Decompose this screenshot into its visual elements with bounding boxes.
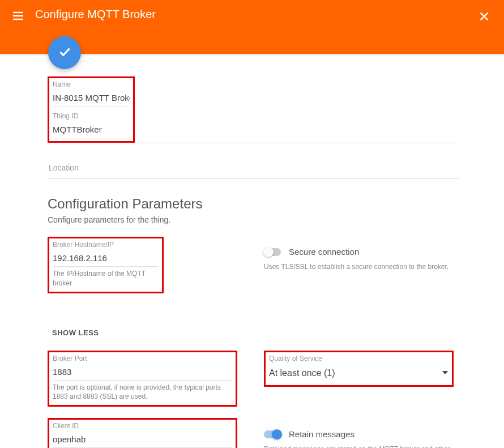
config-heading: Configuration Parameters <box>48 196 459 212</box>
broker-port-field[interactable] <box>53 365 232 381</box>
close-icon[interactable] <box>478 10 490 25</box>
retain-messages-hint: Retained messages are stored on the MQTT… <box>264 445 459 448</box>
secure-connection-toggle[interactable] <box>264 248 281 256</box>
highlight-name-thing: Name Thing ID <box>48 76 135 143</box>
client-id-field[interactable] <box>53 432 232 448</box>
highlight-broker-port: Broker Port The port is optional, if non… <box>48 351 237 407</box>
config-subheading: Configure parameters for the thing. <box>48 215 459 224</box>
qos-select[interactable]: At least once (1) <box>269 365 449 382</box>
app-header: Configure MQTT Broker <box>0 0 504 54</box>
highlight-broker-host: Broker Hostname/IP The IP/Hostname of th… <box>48 237 164 293</box>
client-id-label: Client ID <box>53 422 232 430</box>
thing-id-field[interactable] <box>53 122 130 138</box>
menu-icon[interactable] <box>11 9 25 25</box>
thing-id-label: Thing ID <box>53 112 130 120</box>
broker-host-field[interactable] <box>53 251 159 267</box>
save-button[interactable] <box>48 36 81 69</box>
broker-port-hint: The port is optional, if none is provide… <box>53 383 232 402</box>
svg-marker-5 <box>442 371 448 374</box>
qos-value: At least once (1) <box>269 368 335 378</box>
location-row[interactable]: Location <box>48 157 459 179</box>
secure-connection-label: Secure connection <box>289 247 359 257</box>
location-label: Location <box>49 163 79 172</box>
show-less-button[interactable]: SHOW LESS <box>52 328 459 337</box>
check-icon <box>57 44 72 61</box>
broker-port-label: Broker Port <box>53 355 232 362</box>
content-area: Name Thing ID Location Configuration Par… <box>0 54 504 448</box>
broker-host-label: Broker Hostname/IP <box>53 241 159 249</box>
page-title: Configure MQTT Broker <box>35 8 156 21</box>
highlight-client-id: Client ID Use a fixed client ID. Default… <box>48 418 237 448</box>
secure-connection-hint: Uses TLS/SSL to establish a secure conne… <box>264 262 459 272</box>
name-field[interactable] <box>53 91 130 106</box>
qos-label: Quality of Service <box>269 355 449 362</box>
retain-messages-toggle[interactable] <box>264 430 281 438</box>
highlight-qos: Quality of Service At least once (1) <box>264 351 454 387</box>
retain-messages-label: Retain messages <box>289 429 354 439</box>
chevron-down-icon <box>442 368 449 378</box>
broker-host-hint: The IP/Hostname of the MQTT broker <box>53 269 159 288</box>
name-label: Name <box>53 80 130 88</box>
